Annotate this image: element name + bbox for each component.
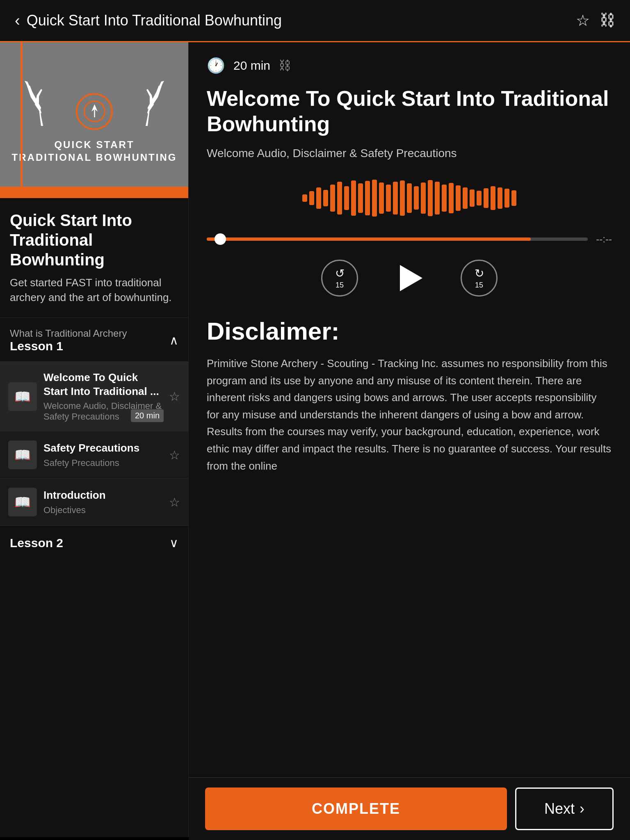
waveform-bar	[400, 180, 405, 216]
waveform-bar	[316, 187, 321, 209]
waveform-bar	[351, 180, 356, 216]
lesson-item-welcome[interactable]: 📖 Welcome To Quick Start Into Traditiona…	[0, 361, 188, 431]
lesson-item-introduction[interactable]: 📖 Introduction Objectives ☆	[0, 478, 188, 525]
thumbnail-text: QUICK START TRADITIONAL BOWHUNTING	[12, 138, 177, 164]
waveform-bar	[358, 183, 363, 212]
book-icon-2: 📖	[14, 447, 31, 463]
waveform-bar	[407, 183, 412, 212]
bookmark-icon[interactable]: ☆	[576, 11, 590, 30]
next-button[interactable]: Next ›	[515, 788, 614, 830]
forward-icon: ↻	[475, 267, 484, 280]
lesson-item-1-bookmark-icon[interactable]: ☆	[169, 389, 180, 404]
waveform-bar	[421, 183, 426, 214]
waveform-bar	[435, 182, 440, 215]
lesson-2-header[interactable]: Lesson 2 ∨	[0, 525, 188, 560]
waveform-bar	[302, 194, 307, 201]
lesson-1-number: Lesson 1	[10, 339, 127, 353]
waveform-bar	[323, 190, 328, 206]
header: ‹ Quick Start Into Traditional Bowhuntin…	[0, 0, 630, 42]
waveform-bar	[511, 190, 516, 206]
progress-fill	[207, 237, 531, 241]
thumbnail-antlers	[18, 77, 170, 130]
lesson-item-2-title: Safety Precautions	[43, 441, 162, 455]
waveform-bar	[414, 186, 419, 210]
waveform-bar	[484, 188, 488, 208]
right-panel-subtitle: Welcome Audio, Disclaimer & Safety Preca…	[207, 145, 612, 161]
waveform-bar	[330, 185, 335, 212]
course-thumbnail: QUICK START TRADITIONAL BOWHUNTING	[0, 42, 189, 198]
lesson-item-safety[interactable]: 📖 Safety Precautions Safety Precautions …	[0, 431, 188, 478]
waveform-bar	[379, 183, 384, 214]
waveform-bar	[504, 189, 509, 208]
audio-waveform	[207, 178, 612, 219]
thumbnail-orange-bar	[0, 187, 189, 198]
rewind-icon: ↺	[335, 267, 345, 280]
waveform-bar	[456, 185, 461, 211]
duration-text: 20 min	[233, 59, 270, 73]
lesson-item-1-icon: 📖	[8, 382, 37, 411]
bottom-spacer	[207, 483, 612, 536]
waveform-bar	[463, 187, 468, 209]
right-antler-icon	[121, 77, 170, 130]
next-arrow-icon: ›	[580, 800, 584, 817]
lesson-item-1-title: Welcome To Quick Start Into Traditional …	[43, 371, 162, 399]
forward-15-button[interactable]: ↻ 15	[461, 260, 498, 297]
lesson-item-3-title: Introduction	[43, 488, 162, 502]
play-button[interactable]	[391, 260, 428, 297]
lesson-2-chevron-icon: ∨	[169, 536, 178, 550]
back-button[interactable]: ‹	[15, 12, 20, 30]
lesson-item-2-icon: 📖	[8, 441, 37, 469]
logo-arrow-icon	[83, 100, 106, 123]
lesson-item-3-content: Introduction Objectives	[43, 488, 162, 516]
disclaimer-title: Disclaimer:	[207, 317, 612, 345]
lesson-item-3-subtitle: Objectives	[43, 505, 162, 516]
progress-thumb[interactable]	[215, 233, 226, 245]
lesson-1-chevron-icon: ∧	[169, 333, 178, 347]
waveform-bar	[449, 183, 454, 213]
left-antler-icon	[18, 77, 68, 130]
right-panel: 🕐 20 min ⛓ Welcome To Quick Start Into T…	[189, 42, 630, 837]
waveform-bar	[365, 181, 370, 215]
next-label: Next	[544, 800, 575, 817]
clock-icon: 🕐	[207, 57, 225, 74]
book-icon-3: 📖	[14, 494, 31, 510]
content-link-icon[interactable]: ⛓	[278, 59, 291, 73]
course-title: Quick Start Into Traditional Bowhunting	[10, 210, 178, 269]
right-panel-title: Welcome To Quick Start Into Traditional …	[207, 86, 612, 137]
left-panel: QUICK START TRADITIONAL BOWHUNTING Quick…	[0, 42, 189, 837]
lesson-item-1-duration: 20 min	[131, 409, 164, 422]
rewind-15-button[interactable]: ↺ 15	[321, 260, 358, 297]
header-left: ‹ Quick Start Into Traditional Bowhuntin…	[15, 12, 282, 30]
duration-row: 🕐 20 min ⛓	[207, 57, 612, 74]
header-title: Quick Start Into Traditional Bowhunting	[27, 12, 282, 29]
progress-container: --:--	[207, 233, 612, 245]
waveform-bar	[477, 191, 482, 205]
rewind-label: 15	[336, 281, 344, 290]
audio-progress-bar[interactable]	[207, 237, 588, 241]
header-icons: ☆ ⛓	[576, 11, 615, 30]
action-bar: COMPLETE Next ›	[189, 777, 630, 840]
course-description: Get started FAST into traditional archer…	[10, 275, 178, 305]
course-info: Quick Start Into Traditional Bowhunting …	[0, 198, 188, 313]
waveform-bar	[344, 186, 349, 210]
main-layout: QUICK START TRADITIONAL BOWHUNTING Quick…	[0, 42, 630, 837]
lesson-1-header-info: What is Traditional Archery Lesson 1	[10, 328, 127, 353]
lesson-item-2-bookmark-icon[interactable]: ☆	[169, 448, 180, 462]
waveform-bar	[491, 186, 495, 210]
waveform-bar	[372, 180, 377, 217]
share-link-icon[interactable]: ⛓	[600, 11, 615, 30]
waveform-bar	[386, 185, 391, 212]
lesson-item-2-content: Safety Precautions Safety Precautions	[43, 441, 162, 468]
logo-circle	[76, 93, 113, 130]
disclaimer-text: Primitive Stone Archery - Scouting - Tra…	[207, 355, 612, 475]
lesson-item-3-bookmark-icon[interactable]: ☆	[169, 495, 180, 509]
complete-button[interactable]: COMPLETE	[205, 788, 507, 830]
lesson-1-items: 📖 Welcome To Quick Start Into Traditiona…	[0, 361, 188, 526]
forward-label: 15	[475, 281, 483, 290]
lesson-item-2-subtitle: Safety Precautions	[43, 458, 162, 468]
thumbnail-text-line2: TRADITIONAL BOWHUNTING	[12, 151, 177, 164]
waveform-bar	[428, 180, 433, 216]
lesson-item-3-icon: 📖	[8, 488, 37, 516]
lesson-1-header[interactable]: What is Traditional Archery Lesson 1 ∧	[0, 317, 188, 361]
lesson-2-number: Lesson 2	[10, 536, 63, 550]
